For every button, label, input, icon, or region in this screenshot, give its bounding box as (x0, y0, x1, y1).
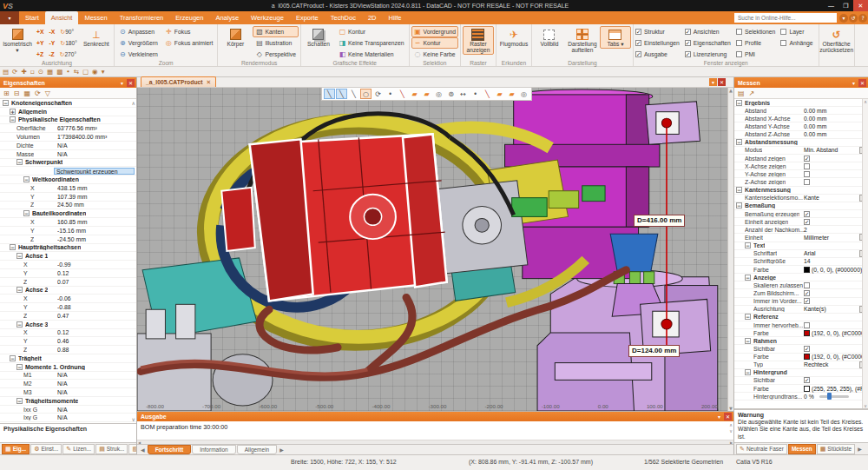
tab-2d[interactable]: 2D (362, 11, 383, 24)
expander-icon[interactable]: − (16, 398, 23, 404)
color-swatch[interactable] (804, 330, 810, 336)
new-icon[interactable]: ▤ (3, 68, 9, 76)
face-icon[interactable]: ▰ (409, 89, 420, 99)
window-toggle-layer[interactable]: Layer (780, 26, 812, 37)
expander-icon[interactable]: − (16, 253, 23, 259)
edge2-icon[interactable]: ╲ (482, 89, 493, 99)
checkbox-icon[interactable] (804, 322, 810, 328)
selection-contour-button[interactable]: ∽Kontur (411, 37, 458, 49)
expander-icon[interactable]: − (736, 100, 742, 106)
panel-tab-lizen-[interactable]: ✎Lizen... (62, 444, 95, 454)
axis--y-button[interactable]: +Y (35, 40, 46, 46)
checkbox-icon[interactable]: ✓ (804, 156, 810, 162)
swap-icon[interactable]: ⇆ (74, 68, 79, 76)
arc-icon[interactable]: ⟳ (372, 89, 384, 99)
window-toggle-anhänge[interactable]: Anhänge (780, 37, 812, 49)
expander-icon[interactable]: − (23, 176, 30, 182)
focus-button[interactable]: ✛Fokus (162, 26, 216, 37)
tab-werkzeuge[interactable]: Werkzeuge (245, 11, 290, 24)
note-icon[interactable]: ▫ (30, 68, 35, 76)
expander-icon[interactable]: − (745, 275, 751, 281)
split-view-button[interactable]: Darstellung aufteilen (567, 26, 598, 55)
document-close-icon[interactable]: ✕ (207, 79, 212, 86)
tab-techdoc[interactable]: TechDoc (325, 11, 362, 24)
help-button[interactable]: ? (858, 14, 867, 23)
checkbox-icon[interactable] (804, 171, 810, 177)
tabs-mode-button[interactable]: Tabs ▾ (600, 26, 631, 49)
pin-help-button[interactable]: ▾ (839, 14, 848, 23)
panel-tab-neutrale-faser[interactable]: ✎Neutrale Faser (736, 444, 787, 454)
minimize-button[interactable]: — (824, 0, 838, 11)
document-tab[interactable]: _a_l005.CATProduct ✕ (141, 76, 216, 87)
refresh-icon[interactable]: ⟳ (12, 68, 17, 76)
copy-icon[interactable]: ▤ (738, 89, 745, 97)
output-tab-fortschritt[interactable]: Fortschritt (148, 445, 192, 454)
output-scroll-icons[interactable]: ∧∨ (729, 422, 733, 434)
panel-tab-stückliste[interactable]: ▦Stückliste (817, 444, 855, 454)
checkbox-icon[interactable] (804, 282, 810, 288)
rotate-270--button[interactable]: ↻270° (58, 51, 79, 58)
dot-icon[interactable]: • (66, 68, 69, 76)
tab-analyse[interactable]: Analyse (209, 11, 245, 24)
window-toggle-pmi[interactable]: PMI (736, 49, 776, 60)
window-toggle-profile[interactable]: Profile (736, 37, 776, 49)
face2-icon[interactable]: ▰ (494, 89, 505, 99)
add-icon[interactable]: ✚ (21, 68, 26, 76)
measure-line-icon[interactable]: ╲ (336, 89, 347, 99)
expander-icon[interactable]: − (10, 116, 16, 122)
tabs-scroll-right-icon[interactable]: ▶ (856, 446, 864, 452)
no-transparency-button[interactable]: ◨Keine Transparenzen (336, 37, 407, 49)
axis--y-button[interactable]: -Y (48, 40, 57, 46)
checkbox-icon[interactable] (804, 179, 810, 185)
expander-icon[interactable]: − (16, 287, 23, 293)
tab-ansicht[interactable]: Ansicht (45, 11, 79, 24)
rotate-90--button[interactable]: ↻90° (58, 29, 76, 36)
body-icon[interactable]: ⊚ (445, 89, 457, 99)
solid2-icon[interactable]: ▰ (506, 89, 517, 99)
window-icon[interactable]: ▦ (47, 68, 53, 76)
fly-mode-button[interactable]: ✈Flugmodus (498, 26, 529, 49)
window-toggle-lizenzierung[interactable]: ✓Lizenzierung (685, 49, 731, 60)
create-center-of-mass-button[interactable]: Schwerpunkt erzeugen (0, 167, 136, 175)
zoom-in-button[interactable]: ⊕Vergrößern (116, 37, 161, 49)
expander-icon[interactable]: − (10, 244, 16, 250)
tab-start[interactable]: Start (19, 11, 45, 24)
expander-icon[interactable]: − (16, 159, 23, 165)
show-preview-icon[interactable]: ▦ (23, 89, 30, 97)
render-perspective-button[interactable]: ◇Perspektive (253, 49, 299, 60)
transparency-slider[interactable] (819, 395, 849, 398)
solid-icon[interactable]: ▰ (421, 89, 432, 99)
measure-scrollbar[interactable]: ∧∨ (862, 99, 868, 408)
panel-tab-ansic-[interactable]: ▧Ansic... (128, 444, 136, 454)
frame-icon[interactable]: ▢ (82, 68, 89, 76)
help-search-input[interactable] (734, 13, 837, 23)
checkbox-icon[interactable] (804, 163, 810, 169)
center2-icon[interactable]: ◎ (518, 89, 529, 99)
expander-icon[interactable]: − (16, 321, 23, 328)
axis--x-button[interactable]: +X (35, 29, 46, 35)
pin-icon[interactable]: ▾ (118, 80, 126, 86)
window-toggle-ausgabe[interactable]: ✓Ausgabe (635, 49, 680, 60)
dimension-label-416[interactable]: D=416.00 mm (634, 215, 685, 227)
tab-exporte[interactable]: Exporte (290, 11, 325, 24)
panel-tab-einst-[interactable]: ⚙Einst... (30, 444, 62, 454)
expander-icon[interactable]: − (745, 242, 751, 248)
panel-tab-struk-[interactable]: ▤Struk... (95, 444, 128, 454)
close-panel-icon[interactable]: ✕ (127, 79, 135, 87)
checkbox-icon[interactable]: ✓ (804, 298, 810, 304)
axis--z-button[interactable]: -Z (47, 51, 56, 57)
refresh-icon[interactable]: ⟳ (35, 89, 41, 97)
edge-icon[interactable]: ╲ (397, 89, 408, 99)
center-icon[interactable]: ◎ (433, 89, 444, 99)
window-toggle-ansichten[interactable]: ✓Ansichten (685, 26, 731, 37)
feedback-button[interactable]: ↺ (849, 14, 858, 23)
zoom-out-button[interactable]: ⊖Verkleinern (116, 49, 161, 60)
isometric-button[interactable]: Isometrisch ▾ (2, 26, 33, 55)
shadow-button[interactable]: Schatten (303, 26, 334, 49)
search-scene-icon[interactable]: ⊙ (38, 68, 43, 76)
color-swatch[interactable] (804, 386, 810, 392)
color-swatch[interactable] (804, 267, 810, 273)
expander-icon[interactable]: − (10, 355, 16, 361)
expander-icon[interactable]: − (745, 369, 751, 375)
tab-hilfe[interactable]: Hilfe (383, 11, 408, 24)
